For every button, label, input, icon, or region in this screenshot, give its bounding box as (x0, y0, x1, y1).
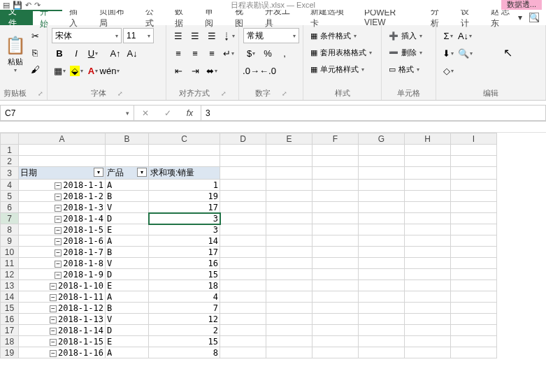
bold-button[interactable]: B (52, 45, 67, 61)
tab-view[interactable]: 视图 (228, 10, 258, 25)
cell[interactable] (220, 258, 266, 269)
cell[interactable] (149, 145, 220, 156)
formula-bar[interactable]: 3 (201, 105, 546, 121)
decrease-indent-button[interactable]: ⇤ (171, 63, 186, 78)
increase-indent-button[interactable]: ⇥ (187, 63, 203, 78)
cell[interactable] (312, 247, 359, 258)
cell[interactable] (312, 213, 359, 224)
cell[interactable] (405, 202, 451, 213)
cell[interactable] (451, 303, 497, 314)
pivot-date-cell[interactable]: −2018-1-13 (19, 314, 106, 325)
pivot-header-date[interactable]: 日期▾ (19, 167, 106, 180)
cancel-icon[interactable]: ✕ (142, 108, 149, 118)
cell[interactable] (359, 247, 405, 258)
tab-formulas[interactable]: 公式 (138, 10, 168, 25)
collapse-icon[interactable]: − (55, 194, 62, 201)
filter-icon[interactable]: ▾ (137, 168, 147, 177)
pivot-date-cell[interactable]: −2018-1-9 (19, 269, 106, 280)
cell[interactable] (312, 336, 359, 347)
pivot-product-cell[interactable]: D (106, 213, 149, 224)
tab-design[interactable]: 设计 (454, 10, 484, 25)
cell[interactable] (312, 325, 359, 336)
pivot-value-cell[interactable]: 1 (149, 180, 220, 191)
tab-developer[interactable]: 开发工具 (258, 10, 303, 25)
cell[interactable] (405, 325, 451, 336)
decrease-decimal-button[interactable]: ←.0 (260, 63, 275, 78)
cell[interactable] (266, 325, 312, 336)
cell[interactable] (312, 347, 359, 358)
cell[interactable] (266, 235, 312, 247)
row-header[interactable]: 6 (1, 202, 19, 213)
pivot-date-cell[interactable]: −2018-1-15 (19, 336, 106, 347)
cell[interactable] (220, 347, 266, 358)
pivot-date-cell[interactable]: −2018-1-10 (19, 280, 106, 291)
collapse-icon[interactable]: − (55, 272, 62, 279)
cell[interactable] (359, 180, 405, 191)
delete-cells-button[interactable]: ➖删除▾ (386, 45, 425, 60)
pivot-value-cell[interactable]: 18 (149, 280, 220, 291)
cell[interactable] (312, 258, 359, 269)
cell[interactable] (266, 167, 312, 180)
row-header[interactable]: 10 (1, 247, 19, 258)
name-box[interactable]: C7▾ (0, 105, 134, 121)
cell[interactable] (451, 213, 497, 224)
row-header[interactable]: 14 (1, 291, 19, 303)
pivot-date-cell[interactable]: −2018-1-5 (19, 224, 106, 235)
align-center-button[interactable]: ≡ (187, 45, 203, 61)
row-header[interactable]: 17 (1, 325, 19, 336)
cell[interactable] (359, 269, 405, 280)
align-right-button[interactable]: ≡ (204, 45, 220, 61)
collapse-icon[interactable]: − (55, 249, 62, 256)
file-tab[interactable]: 文件 (0, 10, 33, 25)
cell[interactable] (451, 280, 497, 291)
autosum-button[interactable]: Σ (440, 28, 456, 43)
pivot-value-cell[interactable]: 12 (149, 314, 220, 325)
pivot-product-cell[interactable]: E (106, 224, 149, 235)
cell[interactable] (405, 247, 451, 258)
cell[interactable] (312, 180, 359, 191)
row-header[interactable]: 3 (1, 167, 19, 180)
align-middle-button[interactable]: ☰ (187, 28, 203, 43)
cell[interactable] (451, 325, 497, 336)
pivot-product-cell[interactable]: V (106, 258, 149, 269)
expand-icon[interactable]: ⤢ (38, 90, 43, 97)
pivot-product-cell[interactable]: B (106, 191, 149, 202)
cell[interactable] (266, 202, 312, 213)
tab-insert[interactable]: 插入 (62, 10, 92, 25)
cell[interactable] (266, 145, 312, 156)
cell[interactable] (359, 303, 405, 314)
col-header[interactable]: D (220, 133, 266, 145)
pivot-date-cell[interactable]: −2018-1-2 (19, 191, 106, 202)
cell[interactable] (220, 145, 266, 156)
cell[interactable] (451, 191, 497, 202)
row-header[interactable]: 16 (1, 314, 19, 325)
copy-button[interactable]: ⎘ (27, 45, 43, 60)
tab-analyze[interactable]: 分析 (424, 10, 454, 25)
pivot-date-cell[interactable]: −2018-1-11 (19, 291, 106, 303)
cell[interactable] (220, 247, 266, 258)
conditional-format-button[interactable]: ▦条件格式▾ (308, 28, 359, 43)
cell[interactable] (266, 336, 312, 347)
cell[interactable] (359, 325, 405, 336)
merge-button[interactable]: ⬌ (204, 63, 220, 78)
cell[interactable] (359, 167, 405, 180)
col-header[interactable]: A (19, 133, 106, 145)
cell[interactable] (359, 336, 405, 347)
cell[interactable] (405, 347, 451, 358)
context-tab-pivot[interactable]: 数据透... (501, 0, 542, 10)
row-header[interactable]: 9 (1, 235, 19, 247)
cell[interactable] (149, 156, 220, 167)
row-header[interactable]: 4 (1, 180, 19, 191)
pivot-date-cell[interactable]: −2018-1-12 (19, 303, 106, 314)
cell[interactable] (451, 235, 497, 247)
cell[interactable] (405, 280, 451, 291)
collapse-icon[interactable]: − (50, 294, 57, 301)
pivot-date-cell[interactable]: −2018-1-6 (19, 235, 106, 247)
pivot-value-cell[interactable]: 4 (149, 291, 220, 303)
pivot-value-cell[interactable]: 8 (149, 347, 220, 358)
pivot-product-cell[interactable]: V (106, 202, 149, 213)
expand-icon[interactable]: ⤢ (117, 90, 123, 97)
col-header[interactable]: G (359, 133, 405, 145)
cell[interactable] (405, 224, 451, 235)
cell[interactable] (359, 145, 405, 156)
